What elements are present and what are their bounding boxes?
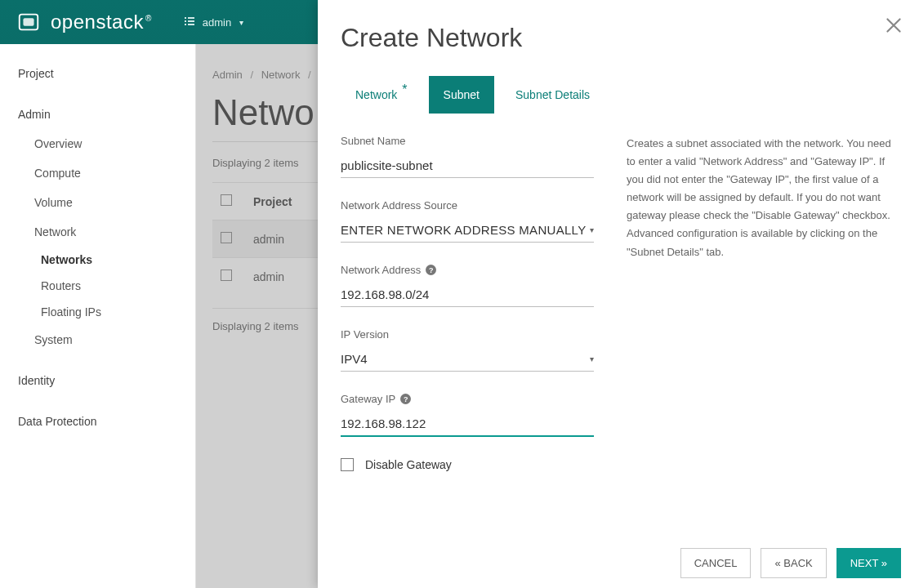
tab-subnet-details[interactable]: Subnet Details [501,76,604,114]
modal-help-text: Creates a subnet associated with the net… [627,135,896,471]
network-address-input[interactable] [341,283,594,307]
tab-subnet-label: Subnet [444,88,480,101]
sidebar-item-project[interactable]: Project [0,59,195,88]
sidebar: Project Admin Overview Compute Volume Ne… [0,44,196,588]
close-button[interactable] [883,15,904,38]
gateway-ip-input[interactable] [341,412,594,437]
sidebar-item-admin[interactable]: Admin [0,100,195,129]
sidebar-item-network[interactable]: Network [0,217,195,247]
next-button[interactable]: NEXT » [836,548,901,578]
cancel-button[interactable]: CANCEL [680,548,752,578]
openstack-logo-icon [16,10,41,34]
address-source-value: ENTER NETWORK ADDRESS MANUALLY [341,223,586,237]
sidebar-item-identity[interactable]: Identity [0,366,195,395]
label-gateway-ip: Gateway IP ? [341,393,594,405]
asterisk-icon: * [402,82,407,97]
modal-footer: CANCEL « BACK NEXT » [318,537,919,588]
sidebar-item-compute[interactable]: Compute [0,158,195,188]
modal-title: Create Network [341,23,896,53]
svg-rect-5 [188,17,194,19]
label-subnet-name: Subnet Name [341,135,594,147]
ip-version-select[interactable]: IPV4 ▾ [341,347,594,372]
sidebar-item-routers[interactable]: Routers [0,273,195,299]
sidebar-item-system[interactable]: System [0,325,195,354]
svg-rect-3 [185,20,186,22]
subnet-name-input[interactable] [341,154,594,178]
help-icon[interactable]: ? [426,265,436,275]
sidebar-item-networks[interactable]: Networks [0,247,195,273]
disable-gateway-checkbox[interactable] [341,458,354,471]
project-switcher[interactable]: admin ▾ [185,16,243,29]
help-icon[interactable]: ? [400,394,411,404]
label-address-source: Network Address Source [341,199,594,212]
sidebar-item-overview[interactable]: Overview [0,129,195,158]
sidebar-item-volume[interactable]: Volume [0,188,195,217]
chevron-down-icon: ▾ [590,354,594,363]
tab-network-label: Network [355,88,397,101]
brand[interactable]: openstack® [16,10,152,34]
chevron-down-icon: ▾ [590,225,594,234]
sidebar-item-floating-ips[interactable]: Floating IPs [0,299,195,325]
svg-rect-4 [185,24,186,25]
label-ip-version: IP Version [341,328,594,341]
sidebar-item-data-protection[interactable]: Data Protection [0,407,195,436]
label-network-address: Network Address ? [341,264,594,276]
wizard-tabs: Network * Subnet Subnet Details [341,76,896,114]
tab-subnet-details-label: Subnet Details [515,88,590,101]
brand-name: openstack® [51,11,152,33]
disable-gateway-label: Disable Gateway [365,458,452,471]
tab-subnet[interactable]: Subnet [429,76,494,114]
back-button[interactable]: « BACK [761,548,826,578]
svg-rect-1 [23,18,33,25]
svg-rect-2 [185,17,186,19]
svg-rect-6 [188,20,194,22]
address-source-select[interactable]: ENTER NETWORK ADDRESS MANUALLY ▾ [341,218,594,243]
tab-network[interactable]: Network * [341,76,422,114]
list-icon [185,16,194,29]
create-network-modal: Create Network Network * Subnet Subnet D… [318,0,919,588]
svg-rect-7 [188,24,194,25]
project-switcher-label: admin [203,16,231,29]
ip-version-value: IPV4 [341,352,368,366]
chevron-down-icon: ▾ [239,18,243,27]
